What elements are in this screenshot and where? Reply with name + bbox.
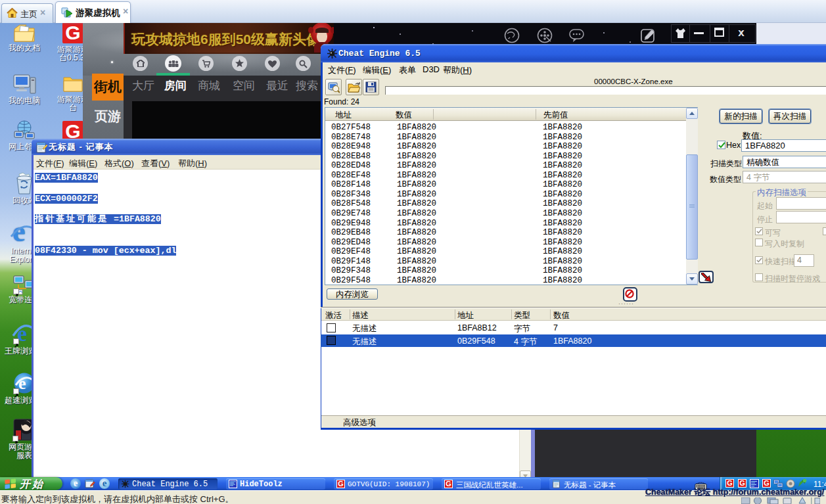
svg-text:e: e [18, 374, 26, 393]
